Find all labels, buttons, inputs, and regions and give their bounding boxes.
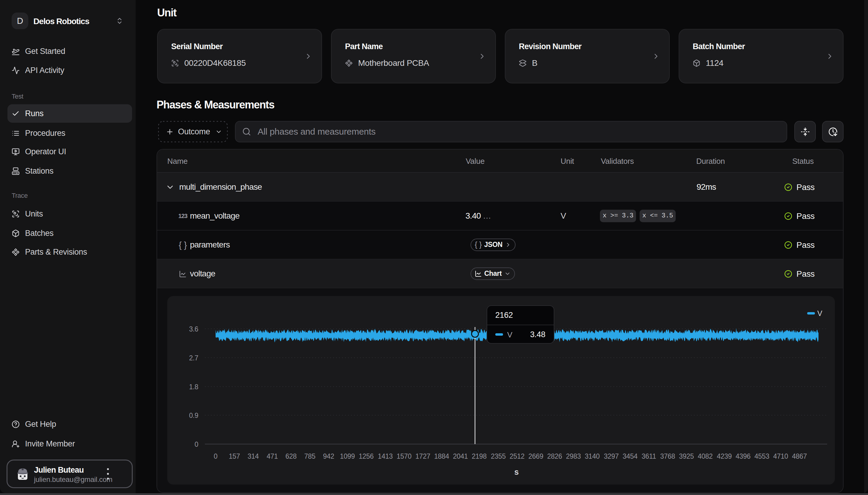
svg-text:2669: 2669	[528, 453, 543, 460]
svg-text:2198: 2198	[472, 453, 487, 460]
svg-text:0: 0	[214, 453, 218, 460]
svg-text:785: 785	[304, 453, 315, 460]
svg-text:1884: 1884	[434, 453, 449, 460]
svg-text:3925: 3925	[679, 453, 694, 460]
svg-text:471: 471	[266, 453, 278, 460]
svg-text:2355: 2355	[491, 453, 506, 460]
svg-text:157: 157	[229, 453, 240, 460]
svg-text:s: s	[514, 467, 519, 477]
svg-text:2.7: 2.7	[189, 354, 198, 362]
svg-text:3.6: 3.6	[189, 325, 198, 333]
svg-text:942: 942	[323, 453, 334, 460]
svg-text:3454: 3454	[623, 453, 638, 460]
svg-text:4396: 4396	[736, 453, 751, 460]
svg-text:3768: 3768	[660, 453, 675, 460]
svg-text:0.9: 0.9	[189, 412, 198, 419]
svg-text:2826: 2826	[547, 453, 562, 460]
svg-text:1256: 1256	[359, 453, 374, 460]
svg-text:3297: 3297	[604, 453, 619, 460]
svg-text:3140: 3140	[585, 453, 600, 460]
svg-text:2512: 2512	[510, 453, 524, 460]
svg-text:628: 628	[285, 453, 296, 460]
svg-text:4082: 4082	[698, 453, 713, 460]
svg-text:1727: 1727	[415, 453, 430, 460]
svg-text:3611: 3611	[642, 453, 656, 460]
svg-text:314: 314	[247, 453, 259, 460]
svg-text:4553: 4553	[754, 453, 769, 460]
svg-text:1570: 1570	[397, 453, 411, 460]
svg-text:4867: 4867	[792, 453, 807, 460]
svg-text:2983: 2983	[566, 453, 581, 460]
svg-text:1099: 1099	[340, 453, 355, 460]
svg-text:1.8: 1.8	[189, 383, 198, 391]
svg-text:4710: 4710	[773, 453, 788, 460]
svg-text:1413: 1413	[378, 453, 393, 460]
svg-text:V: V	[817, 309, 822, 318]
svg-text:2041: 2041	[453, 453, 468, 460]
svg-text:0: 0	[195, 441, 199, 448]
svg-text:4239: 4239	[717, 453, 732, 460]
